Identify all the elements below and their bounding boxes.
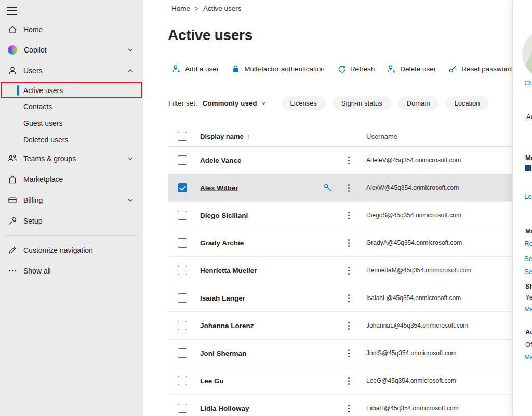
table-header-row: Display name↑ Username bbox=[168, 126, 512, 147]
sort-ascending-icon: ↑ bbox=[247, 132, 250, 140]
row-checkbox[interactable] bbox=[178, 211, 187, 220]
more-options-icon[interactable] bbox=[345, 348, 352, 358]
more-options-icon[interactable] bbox=[345, 403, 352, 413]
display-name[interactable]: Henrietta Mueller bbox=[200, 267, 257, 275]
sidebar-item-label: Active users bbox=[23, 86, 63, 95]
table-row[interactable]: Diego Siciliani DiegoS@45q354.onmicrosof… bbox=[168, 202, 512, 229]
sidebar-item-home[interactable]: Home bbox=[0, 21, 143, 38]
display-name[interactable]: Lidia Holloway bbox=[200, 405, 249, 412]
display-name[interactable]: Johanna Lorenz bbox=[200, 322, 254, 330]
change-photo-link[interactable]: Change photo bbox=[524, 79, 532, 87]
column-header-display-name[interactable]: Display name↑ bbox=[200, 132, 250, 140]
more-options-icon[interactable] bbox=[345, 320, 352, 331]
sidebar-item-contacts[interactable]: Contacts bbox=[0, 98, 143, 115]
row-checkbox[interactable] bbox=[178, 293, 187, 303]
select-all-checkbox[interactable] bbox=[178, 132, 187, 141]
sidebar-item-label: Home bbox=[23, 25, 43, 34]
table-row[interactable]: Henrietta Mueller HenriettaM@45q354.onmi… bbox=[168, 257, 512, 284]
row-checkbox[interactable] bbox=[178, 238, 187, 248]
mailbox-usage-heading: Mailbox usage bbox=[525, 154, 532, 162]
billing-icon bbox=[7, 195, 18, 205]
row-checkbox[interactable] bbox=[178, 321, 187, 330]
add-user-button[interactable]: Add a user bbox=[171, 64, 219, 74]
chevron-up-icon bbox=[127, 67, 134, 74]
more-options-icon[interactable] bbox=[345, 265, 352, 276]
row-checkbox[interactable] bbox=[178, 404, 187, 413]
filter-set-dropdown[interactable]: Commonly used bbox=[203, 99, 267, 107]
filter-pill-domain[interactable]: Domain bbox=[398, 96, 439, 110]
column-header-username[interactable]: Username bbox=[366, 132, 397, 140]
send-as-permissions-link[interactable]: Send as permissions bbox=[524, 255, 532, 263]
setup-icon bbox=[7, 216, 18, 226]
table-row[interactable]: Lee Gu LeeG@45q354.onmicrosoft.com bbox=[168, 367, 512, 395]
sidebar-item-marketplace[interactable]: Marketplace bbox=[0, 171, 143, 188]
sidebar-item-setup[interactable]: Setup bbox=[0, 213, 143, 229]
more-options-icon[interactable] bbox=[345, 210, 352, 220]
delete-user-button[interactable]: Delete user bbox=[387, 64, 436, 74]
sidebar-item-customize-navigation[interactable]: Customize navigation bbox=[0, 242, 143, 258]
read-manage-permissions-link[interactable]: Read and manage permissions bbox=[524, 240, 532, 248]
display-name[interactable]: Isaiah Langer bbox=[200, 294, 245, 302]
sidebar-item-users[interactable]: Users bbox=[0, 62, 143, 79]
display-name[interactable]: Diego Siciliani bbox=[200, 212, 248, 219]
username: DiegoS@45q354.onmicrosoft.com bbox=[366, 212, 461, 219]
table-row[interactable]: Grady Archie GradyA@45q354.onmicrosoft.c… bbox=[168, 229, 512, 257]
manage-global-address-list-link[interactable]: Manage global address list visibility bbox=[524, 305, 532, 313]
filter-pill-sign-in-status[interactable]: Sign-in status bbox=[332, 96, 391, 110]
username: AdeleV@45q354.onmicrosoft.com bbox=[366, 157, 461, 164]
breadcrumb-current: Active users bbox=[203, 5, 242, 12]
table-row[interactable]: Joni Sherman JoniS@45q354.onmicrosoft.co… bbox=[168, 340, 512, 367]
home-icon bbox=[7, 24, 18, 35]
row-checkbox[interactable] bbox=[178, 348, 187, 358]
sidebar-item-billing[interactable]: Billing bbox=[0, 192, 143, 209]
more-options-icon[interactable] bbox=[345, 155, 352, 165]
global-address-list-heading: Show in global address list bbox=[525, 282, 532, 290]
table-row[interactable]: Johanna Lorenz JohannaL@45q354.onmicroso… bbox=[168, 312, 512, 340]
table-row[interactable]: Adele Vance AdeleV@45q354.onmicrosoft.co… bbox=[168, 147, 512, 174]
reset-password-button[interactable]: Reset password bbox=[448, 64, 512, 74]
display-name[interactable]: Lee Gu bbox=[200, 377, 224, 385]
chevron-down-icon bbox=[127, 155, 134, 162]
reset-password-row-icon[interactable] bbox=[323, 183, 333, 193]
display-name[interactable]: Adele Vance bbox=[200, 157, 242, 164]
more-options-icon[interactable] bbox=[345, 238, 352, 248]
tab-account[interactable]: Account bbox=[526, 113, 532, 121]
row-checkbox-checked[interactable] bbox=[178, 183, 187, 192]
row-checkbox[interactable] bbox=[178, 266, 187, 275]
toolbar: Add a user Multi-factor authentication R… bbox=[171, 64, 512, 74]
send-on-behalf-permissions-link[interactable]: Send on behalf of permissions bbox=[524, 268, 532, 276]
sidebar-item-guest-users[interactable]: Guest users bbox=[0, 115, 143, 132]
display-name[interactable]: Grady Archie bbox=[200, 239, 244, 247]
sidebar-item-show-all[interactable]: Show all bbox=[0, 263, 143, 279]
hamburger-menu-icon[interactable] bbox=[7, 4, 18, 14]
filter-pill-location[interactable]: Location bbox=[445, 96, 488, 110]
manage-automatic-replies-link[interactable]: Manage automatic replies bbox=[524, 353, 532, 361]
refresh-button[interactable]: Refresh bbox=[337, 64, 375, 74]
table-row[interactable]: Isaiah Langer IsaiahL@45q354.onmicrosoft… bbox=[168, 284, 512, 312]
multi-factor-authentication-button[interactable]: Multi-factor authentication bbox=[231, 64, 325, 74]
refresh-icon bbox=[337, 64, 347, 74]
sidebar-item-active-users[interactable]: Active users bbox=[0, 82, 143, 99]
sidebar-item-deleted-users[interactable]: Deleted users bbox=[0, 132, 143, 148]
lock-icon bbox=[231, 64, 241, 74]
table-row[interactable]: Lidia Holloway LidiaH@45q354.onmicrosoft… bbox=[168, 395, 512, 416]
filter-pill-licenses[interactable]: Licenses bbox=[282, 96, 326, 110]
breadcrumb-home[interactable]: Home bbox=[171, 5, 190, 12]
more-options-icon[interactable] bbox=[345, 293, 352, 303]
delete-user-icon bbox=[387, 64, 396, 74]
add-user-icon bbox=[171, 64, 181, 74]
display-name[interactable]: Joni Sherman bbox=[200, 349, 246, 357]
automatic-replies-value: Off bbox=[525, 341, 532, 348]
row-checkbox[interactable] bbox=[178, 155, 187, 165]
more-options-icon[interactable] bbox=[345, 183, 352, 193]
learn-more-link[interactable]: Learn more bbox=[524, 192, 532, 200]
automatic-replies-heading: Automatic replies bbox=[525, 328, 532, 336]
sidebar-item-teams-groups[interactable]: Teams & groups bbox=[0, 150, 143, 167]
more-options-icon[interactable] bbox=[345, 375, 352, 386]
sidebar-item-copilot[interactable]: Copilot bbox=[0, 42, 143, 58]
table-row-selected[interactable]: Alex Wilber AlexW@45q354.onmicrosoft.com bbox=[168, 174, 512, 202]
sidebar-item-label: Deleted users bbox=[23, 136, 68, 144]
row-checkbox[interactable] bbox=[178, 376, 187, 385]
username: JoniS@45q354.onmicrosoft.com bbox=[366, 349, 457, 357]
display-name-link[interactable]: Alex Wilber bbox=[200, 184, 238, 192]
